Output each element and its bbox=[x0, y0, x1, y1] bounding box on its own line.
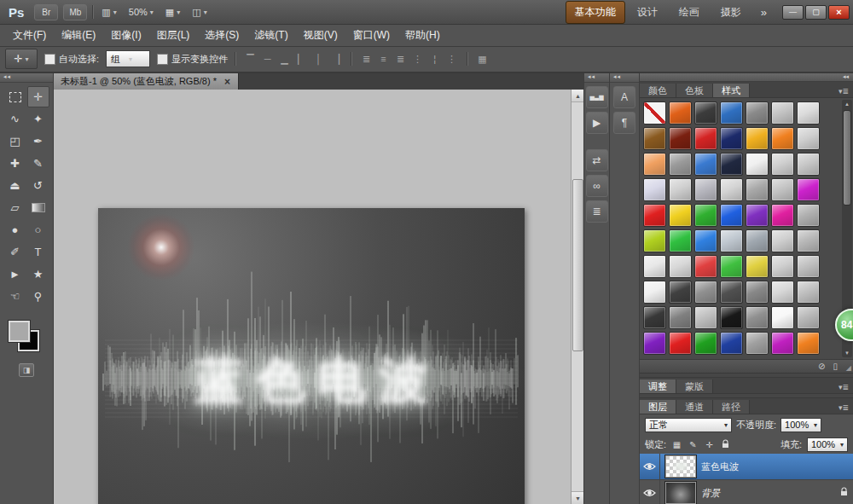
style-swatch-58[interactable] bbox=[694, 306, 717, 329]
style-swatch-25[interactable] bbox=[746, 178, 769, 201]
style-swatch-61[interactable] bbox=[771, 306, 794, 329]
canvas-workspace[interactable]: 蓝色电波 bbox=[53, 90, 572, 504]
clone-stamp-tool[interactable]: ⏏ bbox=[4, 175, 26, 196]
tab-styles-group-0[interactable]: 颜色 bbox=[640, 84, 676, 97]
workspace-button-3[interactable]: 摄影 bbox=[711, 1, 751, 24]
tool-preset-picker[interactable]: ✛ ▾ bbox=[5, 49, 38, 69]
distribute-icon-1[interactable]: ≡ bbox=[375, 51, 392, 67]
style-swatch-50[interactable] bbox=[669, 281, 692, 304]
style-swatch-17[interactable] bbox=[720, 153, 743, 176]
menu-item-1[interactable]: 编辑(E) bbox=[54, 24, 103, 47]
custom-shape-tool[interactable]: ★ bbox=[27, 264, 49, 285]
move-tool[interactable]: ✛ bbox=[27, 86, 49, 107]
menu-item-4[interactable]: 选择(S) bbox=[197, 24, 247, 47]
style-swatch-68[interactable] bbox=[771, 332, 794, 355]
scrollbar-thumb[interactable] bbox=[572, 179, 583, 351]
style-swatch-63[interactable] bbox=[643, 332, 666, 355]
style-swatch-3[interactable] bbox=[720, 101, 743, 125]
style-swatch-11[interactable] bbox=[746, 127, 769, 150]
scroll-down-icon[interactable]: ▼ bbox=[572, 491, 584, 504]
layer-visibility-toggle[interactable] bbox=[640, 480, 660, 504]
style-swatch-42[interactable] bbox=[643, 255, 666, 278]
scroll-down-icon[interactable]: ▼ bbox=[844, 349, 850, 357]
style-swatch-29[interactable] bbox=[669, 204, 692, 227]
lock-position-button[interactable]: ✛ bbox=[704, 440, 715, 449]
preview-panel-icon[interactable]: ▶ bbox=[586, 112, 608, 134]
layer-comps-panel-icon[interactable]: ≣ bbox=[586, 200, 608, 223]
style-swatch-65[interactable] bbox=[694, 332, 717, 355]
style-swatch-6[interactable] bbox=[797, 101, 820, 125]
menu-item-0[interactable]: 文件(F) bbox=[5, 24, 54, 47]
style-swatch-15[interactable] bbox=[669, 153, 692, 176]
gradient-tool[interactable] bbox=[27, 197, 49, 218]
healing-brush-tool[interactable]: ✚ bbox=[4, 153, 26, 174]
tab-layers-group-2[interactable]: 路径 bbox=[713, 400, 750, 414]
style-swatch-66[interactable] bbox=[720, 332, 743, 355]
style-swatch-48[interactable] bbox=[797, 255, 820, 278]
style-swatch-30[interactable] bbox=[694, 204, 717, 227]
quick-mask-button[interactable]: ◨ bbox=[19, 363, 34, 377]
style-swatch-18[interactable] bbox=[746, 153, 769, 176]
style-swatch-56[interactable] bbox=[643, 306, 666, 329]
style-swatch-67[interactable] bbox=[746, 332, 769, 355]
style-swatch-0[interactable] bbox=[643, 101, 666, 125]
delete-style-button[interactable]: ▯ bbox=[833, 362, 838, 371]
style-swatch-55[interactable] bbox=[797, 281, 820, 304]
layer-row-0[interactable]: 蓝色电波 bbox=[640, 454, 853, 480]
style-swatch-14[interactable] bbox=[643, 153, 666, 176]
style-swatch-32[interactable] bbox=[746, 204, 769, 227]
brush-tool[interactable]: ✎ bbox=[27, 153, 49, 174]
restore-button[interactable]: ▢ bbox=[805, 5, 827, 20]
style-swatch-13[interactable] bbox=[797, 127, 820, 150]
style-swatch-4[interactable] bbox=[746, 101, 769, 125]
arrange-documents-dropdown[interactable]: ▦ ▾ bbox=[162, 5, 183, 20]
show-transform-checkbox[interactable] bbox=[157, 54, 168, 65]
pen-tool[interactable]: ✐ bbox=[4, 241, 26, 263]
eraser-tool[interactable]: ▱ bbox=[4, 197, 26, 218]
style-swatch-54[interactable] bbox=[771, 281, 794, 304]
menu-item-8[interactable]: 帮助(H) bbox=[397, 24, 448, 47]
minimize-button[interactable]: — bbox=[782, 5, 804, 20]
style-swatch-34[interactable] bbox=[797, 204, 820, 227]
style-swatch-37[interactable] bbox=[694, 229, 717, 252]
align-icon-2[interactable]: ▁ bbox=[276, 51, 293, 67]
style-swatch-2[interactable] bbox=[694, 101, 717, 125]
path-selection-tool[interactable]: ► bbox=[4, 264, 26, 285]
style-swatch-8[interactable] bbox=[669, 127, 692, 150]
auto-align-layers-button[interactable]: ▦ bbox=[474, 51, 490, 67]
eyedropper-tool[interactable]: ✒ bbox=[27, 130, 49, 152]
close-document-icon[interactable]: × bbox=[224, 76, 230, 88]
clone-source-panel-icon[interactable]: ⇄ bbox=[586, 149, 608, 171]
zoom-tool[interactable]: ⚲ bbox=[27, 286, 49, 307]
lasso-tool[interactable]: ∿ bbox=[4, 108, 26, 130]
menu-item-7[interactable]: 窗口(W) bbox=[345, 24, 397, 47]
opacity-dropdown[interactable]: 100% ▾ bbox=[780, 418, 821, 432]
style-swatch-47[interactable] bbox=[771, 255, 794, 278]
tab-layers-group-1[interactable]: 通道 bbox=[676, 400, 713, 414]
style-swatch-38[interactable] bbox=[720, 229, 743, 252]
menu-item-2[interactable]: 图像(I) bbox=[103, 24, 148, 47]
panel-menu-icon[interactable]: ▾≣ bbox=[838, 403, 853, 414]
tab-styles-group-2[interactable]: 样式 bbox=[713, 84, 750, 97]
hand-tool[interactable]: ☜ bbox=[4, 286, 26, 307]
style-swatch-59[interactable] bbox=[720, 306, 743, 329]
screen-mode-dropdown[interactable]: ◫ ▾ bbox=[189, 5, 210, 20]
auto-select-checkbox[interactable] bbox=[44, 54, 55, 65]
tab-layers-group-0[interactable]: 图层 bbox=[640, 400, 676, 414]
layer-row-1[interactable]: 背景 bbox=[640, 480, 853, 504]
menu-item-5[interactable]: 滤镜(T) bbox=[247, 24, 295, 47]
lock-transparency-button[interactable]: ▦ bbox=[671, 440, 682, 449]
style-swatch-26[interactable] bbox=[771, 178, 794, 201]
align-icon-0[interactable]: ▔ bbox=[242, 51, 258, 67]
style-swatch-12[interactable] bbox=[771, 127, 794, 150]
style-swatch-28[interactable] bbox=[643, 204, 666, 227]
link-panel-icon[interactable]: ∞ bbox=[586, 175, 608, 197]
style-swatch-44[interactable] bbox=[694, 255, 717, 278]
close-button[interactable]: × bbox=[828, 5, 850, 20]
blur-tool[interactable]: ● bbox=[4, 219, 26, 240]
view-extras-dropdown[interactable]: ▥ ▾ bbox=[98, 5, 119, 20]
workspace-button-1[interactable]: 设计 bbox=[628, 1, 667, 24]
launch-minibridge-button[interactable]: Mb bbox=[63, 4, 87, 20]
clear-style-button[interactable]: ⊘ bbox=[818, 362, 825, 371]
style-swatch-35[interactable] bbox=[643, 229, 666, 252]
